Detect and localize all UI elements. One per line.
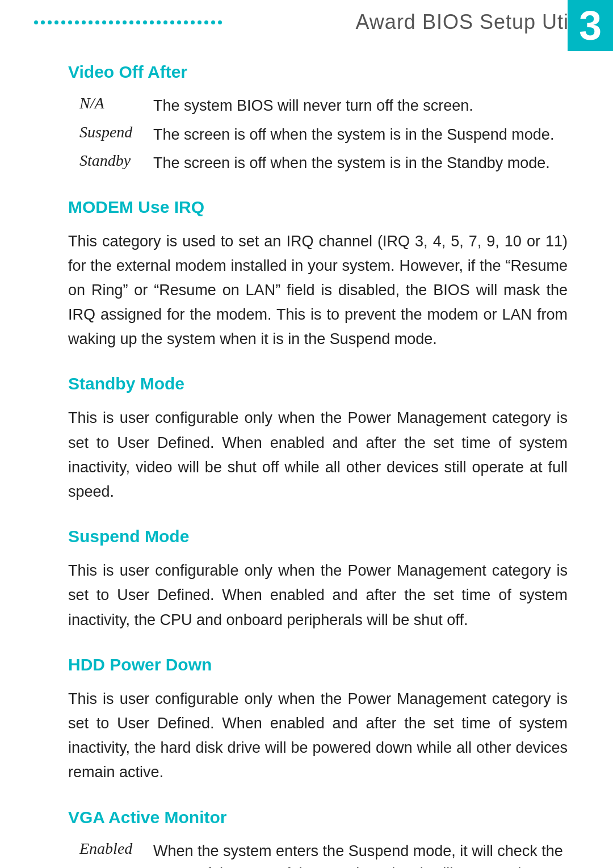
header-dot: [170, 20, 174, 24]
header-dot: [34, 20, 38, 24]
def-desc-suspend: The screen is off when the system is in …: [153, 123, 554, 146]
header-dot: [116, 20, 120, 24]
page-content: Video Off After N/A The system BIOS will…: [0, 40, 613, 868]
header-dot: [198, 20, 201, 24]
header-dot: [143, 20, 147, 24]
header-dot: [191, 20, 195, 24]
def-row-standby: Standby The screen is off when the syste…: [79, 152, 568, 175]
header-dot: [129, 20, 133, 24]
header-dot: [136, 20, 140, 24]
modem-body-text: This category is used to set an IRQ chan…: [68, 229, 568, 352]
header-dot: [123, 20, 127, 24]
header-dot: [211, 20, 215, 24]
header-dot: [109, 20, 113, 24]
def-row-na: N/A The system BIOS will never turn off …: [79, 94, 568, 118]
header-dot: [48, 20, 52, 24]
header-dots: [0, 20, 356, 24]
video-off-after-definitions: N/A The system BIOS will never turn off …: [79, 94, 568, 175]
header-dot: [54, 20, 58, 24]
header-dot: [204, 20, 208, 24]
def-desc-enabled: When the system enters the Suspend mode,…: [153, 840, 568, 869]
header-dot: [75, 20, 79, 24]
section-title-vga: VGA Active Monitor: [68, 808, 568, 827]
def-term-na: N/A: [79, 94, 153, 112]
dots-line: [34, 20, 222, 24]
section-title-video-off-after: Video Off After: [68, 62, 568, 82]
header-dot: [82, 20, 86, 24]
header-dot: [95, 20, 99, 24]
def-row-suspend: Suspend The screen is off when the syste…: [79, 123, 568, 146]
header-dot: [184, 20, 188, 24]
section-title-hdd: HDD Power Down: [68, 655, 568, 674]
header-dot: [68, 20, 72, 24]
header-dot: [150, 20, 154, 24]
suspend-body-text: This is user configurable only when the …: [68, 559, 568, 632]
section-title-standby: Standby Mode: [68, 374, 568, 393]
hdd-body-text: This is user configurable only when the …: [68, 687, 568, 785]
header-dot: [41, 20, 45, 24]
header-dot: [218, 20, 222, 24]
section-title-modem: MODEM Use IRQ: [68, 198, 568, 217]
def-term-suspend: Suspend: [79, 123, 153, 141]
header-dot: [157, 20, 161, 24]
def-row-enabled: Enabled When the system enters the Suspe…: [79, 840, 568, 869]
section-title-suspend: Suspend Mode: [68, 527, 568, 546]
header-dot: [163, 20, 167, 24]
def-term-enabled: Enabled: [79, 840, 153, 858]
def-term-standby: Standby: [79, 152, 153, 170]
header-dot: [89, 20, 93, 24]
def-desc-standby: The screen is off when the system is in …: [153, 152, 550, 175]
page-header: Award BIOS Setup Utility 3: [0, 0, 613, 40]
standby-body-text: This is user configurable only when the …: [68, 406, 568, 504]
chapter-number: 3: [568, 0, 613, 51]
header-dot: [102, 20, 106, 24]
vga-definitions: Enabled When the system enters the Suspe…: [79, 840, 568, 869]
header-dot: [61, 20, 65, 24]
header-dot: [177, 20, 181, 24]
def-desc-na: The system BIOS will never turn off the …: [153, 94, 473, 118]
